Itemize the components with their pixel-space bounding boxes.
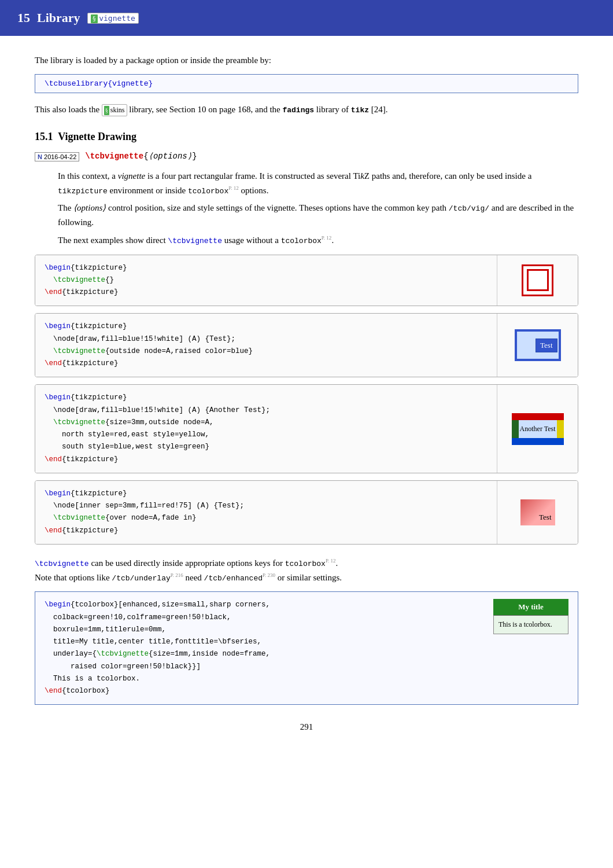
big-code-box: \begin{tcolorbox}[enhanced,size=small,sh… [35, 591, 578, 705]
example-code-4: \begin{tikzpicture} \node[inner sep=3mm,… [35, 481, 497, 544]
example-code-2: \begin{tikzpicture} \node[draw,fill=blue… [35, 314, 497, 377]
vignette-inner-frame [527, 269, 549, 291]
tcb-title: My title [493, 599, 568, 616]
big-code-content: \begin{tcolorbox}[enhanced,size=small,sh… [45, 599, 484, 697]
fadings-text: fadings [282, 106, 314, 115]
section-heading-15-1: 15.1 Vignette Drawing [35, 131, 578, 143]
cmd-def-line: \tcbvignette{⟨options⟩} [85, 151, 197, 161]
tcolorbox-ref: tcolorbox [285, 560, 326, 568]
skins-icon: § [104, 106, 109, 115]
chapter-badge: §vignette [87, 13, 139, 24]
preamble-code: \tcbuselibrary{vignette} [45, 79, 153, 88]
page-number: 291 [35, 722, 578, 732]
chapter-header: 15 Library §vignette [0, 0, 613, 36]
chapter-title: Library [37, 10, 80, 25]
example-box-3: \begin{tikzpicture} \node[draw,fill=blue… [35, 384, 578, 473]
tcolorbox-pageref: P. 12 [326, 558, 336, 564]
cmd-name: \tcbvignette [85, 152, 143, 161]
new-letter: N [38, 153, 42, 160]
skins-badge: §skins [102, 104, 127, 116]
example-box-1: \begin{tikzpicture} \tcbvignette{} \end{… [35, 255, 578, 307]
tcolorbox-preview: My title This is a tcolorbox. [493, 599, 568, 634]
example-code-3: \begin{tikzpicture} \node[draw,fill=blue… [35, 385, 497, 473]
bottom-text1: \tcbvignette can be used directly inside… [35, 556, 578, 585]
vignette-preview-2: Test [515, 329, 561, 361]
vignette-preview-1 [522, 264, 553, 296]
tcbvignette-ref: \tcbvignette [35, 560, 89, 568]
new-marker: N 2016-04-22 \tcbvignette{⟨options⟩} [35, 151, 578, 165]
fade-test-label: Test [539, 513, 551, 522]
example-code-1: \begin{tikzpicture} \tcbvignette{} \end{… [35, 255, 497, 306]
desc-para1: In this context, a vignette is a four pa… [35, 169, 578, 248]
tcb-body: This is a tcolorbox. [493, 616, 568, 634]
vignette-preview-4: Test [520, 499, 555, 525]
new-badge: N 2016-04-22 [35, 152, 79, 161]
big-code-preview: My title This is a tcolorbox. [493, 599, 568, 634]
new-date: 2016-04-22 [44, 153, 76, 160]
intro-text2: This also loads the §skins library, see … [35, 102, 578, 117]
example-preview-3: Another Test [497, 385, 578, 473]
skins-label: skins [110, 105, 125, 116]
vignette-preview-3: Another Test [512, 413, 564, 445]
example-preview-1 [497, 255, 578, 306]
example-preview-4: Test [497, 481, 578, 544]
bottom-section: \tcbvignette can be used directly inside… [35, 556, 578, 705]
page: 15 Library §vignette The library is load… [0, 0, 613, 868]
example-box-2: \begin{tikzpicture} \node[draw,fill=blue… [35, 313, 578, 377]
another-test-label: Another Test [520, 425, 556, 433]
example-box-4: \begin{tikzpicture} \node[inner sep=3mm,… [35, 480, 578, 545]
cmd-arg: ⟨options⟩ [149, 152, 193, 161]
example-preview-2: Test [497, 314, 578, 377]
section-icon: § [91, 14, 98, 23]
chapter-number: 15 [17, 10, 30, 25]
intro-text1: The library is loaded by a package optio… [35, 53, 578, 67]
vignette-test-label: Test [536, 339, 557, 352]
preamble-code-box: \tcbuselibrary{vignette} [35, 74, 578, 93]
tikz-text: tikz [351, 106, 369, 115]
